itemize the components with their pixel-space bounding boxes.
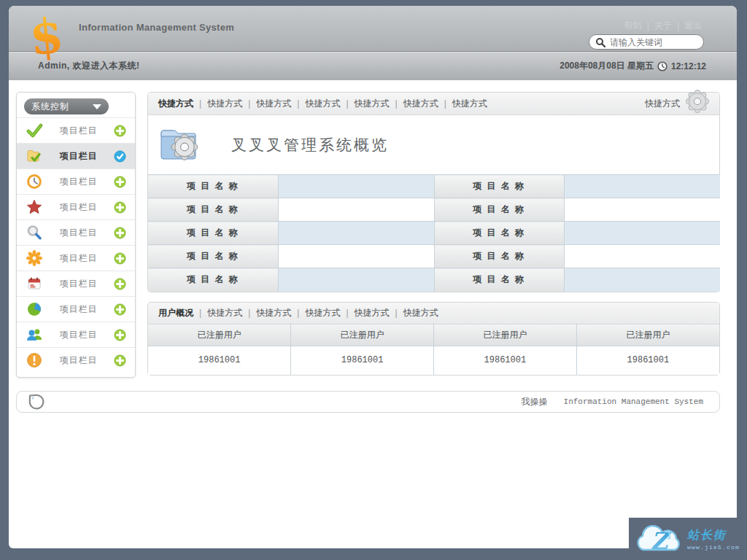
nav-separator: | (199, 308, 201, 318)
magnifier-icon (26, 224, 43, 241)
user-count-cell: 19861001 (291, 346, 434, 375)
top-links: 帮助 | 关于 | 退出 (624, 20, 702, 32)
system-control-dropdown[interactable]: 系统控制 (24, 98, 109, 114)
project-label-cell: 项 目 名 称 (148, 268, 278, 292)
add-icon[interactable] (114, 303, 126, 316)
users-icon (26, 326, 43, 343)
nav-separator: | (297, 98, 299, 109)
shortcut-link[interactable]: 快捷方式 (355, 98, 390, 110)
link-separator: | (647, 21, 649, 31)
nav-separator: | (248, 308, 250, 318)
nav-separator: | (297, 308, 299, 318)
pie-chart-icon (26, 300, 43, 318)
search-icon[interactable] (595, 37, 605, 47)
shortcut-link[interactable]: 快捷方式 (305, 98, 340, 110)
sidebar-item-7[interactable]: 项目栏目 (17, 296, 135, 322)
user-count-cell: 19861001 (576, 346, 719, 375)
sidebar-item-6[interactable]: 项目栏目 (17, 271, 135, 296)
shortcut-link[interactable]: 快捷方式 (207, 307, 242, 319)
sidebar-item-9[interactable]: 项目栏目 (17, 347, 135, 373)
sidebar: 系统控制 项目栏目 (16, 92, 136, 378)
sidebar-item-3[interactable]: 项目栏目 (17, 194, 135, 219)
add-icon[interactable] (114, 252, 126, 265)
add-icon[interactable] (114, 329, 126, 341)
gear-icon[interactable] (684, 88, 711, 117)
nav-separator: | (395, 308, 398, 318)
main-area: 快捷方式 | 快捷方式 | 快捷方式 | 快捷方式 | 快捷方式 | 快捷方式 … (147, 92, 720, 376)
watermark: Z ] 站长街 www.jie5.com (633, 519, 740, 559)
shortcut-link[interactable]: 快捷方式 (158, 98, 193, 110)
sidebar-item-4[interactable]: 项目栏目 (17, 219, 135, 245)
overview-card: 快捷方式 | 快捷方式 | 快捷方式 | 快捷方式 | 快捷方式 | 快捷方式 … (147, 92, 720, 292)
sidebar-item-5[interactable]: 项目栏目 (17, 245, 135, 271)
flower-icon (26, 249, 43, 267)
sidebar-item-1[interactable]: 项目栏目 (17, 143, 135, 168)
watermark-patch: Z ] 站长街 www.jie5.com (629, 518, 747, 560)
shortcut-link[interactable]: 快捷方式 (256, 98, 291, 110)
user-table-header-row: 已注册用户 已注册用户 已注册用户 已注册用户 (148, 324, 719, 346)
page-card: $ Information Management System 帮助 | 关于 … (9, 6, 737, 548)
project-value-cell (564, 245, 720, 268)
sidebar-item-label: 项目栏目 (43, 252, 114, 265)
nav-separator: | (444, 98, 446, 109)
table-row: 项 目 名 称 项 目 名 称 (148, 175, 720, 198)
table-row: 项 目 名 称 项 目 名 称 (148, 268, 720, 292)
add-icon[interactable] (114, 278, 126, 290)
selected-check-icon[interactable] (114, 150, 126, 163)
user-table-header: 已注册用户 (434, 324, 577, 346)
project-value-cell (278, 175, 434, 198)
sidebar-item-8[interactable]: 项目栏目 (17, 322, 135, 347)
project-label-cell: 项 目 名 称 (148, 245, 278, 268)
cloud-logo-icon: Z ] (633, 519, 686, 559)
shortcut-link[interactable]: 快捷方式 (256, 307, 291, 319)
user-table: 已注册用户 已注册用户 已注册用户 已注册用户 19861001 1986100… (148, 324, 719, 375)
footer-bar: 我操操 Information Management System (16, 391, 720, 413)
shortcut-link[interactable]: 快捷方式 (355, 307, 390, 319)
shortcut-right-link[interactable]: 快捷方式 (645, 98, 680, 110)
search-box[interactable] (589, 34, 704, 50)
clock-icon (26, 173, 43, 190)
project-value-cell (278, 245, 434, 268)
date-text: 2008年08月08日 星期五 (560, 60, 654, 72)
shortcut-link[interactable]: 快捷方式 (403, 307, 438, 319)
add-icon[interactable] (114, 354, 126, 367)
project-value-cell (278, 268, 434, 292)
svg-text:]: ] (667, 530, 670, 540)
project-value-cell (564, 222, 720, 245)
about-link[interactable]: 关于 (654, 20, 672, 32)
project-value-cell (564, 175, 720, 198)
sidebar-item-label: 项目栏目 (43, 278, 114, 290)
add-icon[interactable] (114, 176, 126, 188)
clock-icon (657, 61, 667, 71)
shortcut-link[interactable]: 快捷方式 (305, 307, 340, 319)
add-icon[interactable] (114, 125, 126, 137)
watermark-site-name: 站长街 (687, 528, 740, 543)
system-title: Information Management System (79, 22, 234, 33)
check-icon (26, 122, 43, 139)
sidebar-item-label: 项目栏目 (43, 125, 114, 137)
add-icon[interactable] (114, 227, 126, 239)
droplet-logo-icon (27, 392, 46, 411)
search-input[interactable] (610, 37, 690, 47)
add-icon[interactable] (114, 201, 126, 214)
user-table-header: 已注册用户 (291, 324, 434, 346)
folder-gear-icon (157, 124, 202, 166)
project-label-cell: 项 目 名 称 (434, 175, 564, 198)
svg-text:$: $ (27, 9, 66, 65)
shortcut-link[interactable]: 快捷方式 (403, 98, 438, 110)
sidebar-item-label: 项目栏目 (43, 329, 114, 341)
sidebar-item-0[interactable]: 项目栏目 (17, 117, 135, 143)
system-control-label: 系统控制 (31, 101, 88, 113)
help-link[interactable]: 帮助 (624, 20, 642, 32)
sidebar-item-label: 项目栏目 (43, 201, 114, 214)
table-row: 项 目 名 称 项 目 名 称 (148, 222, 720, 245)
logout-link[interactable]: 退出 (684, 20, 702, 32)
sidebar-item-2[interactable]: 项目栏目 (17, 168, 135, 194)
warning-icon (26, 351, 43, 369)
shortcut-link[interactable]: 快捷方式 (452, 98, 487, 110)
chevron-down-icon (93, 104, 101, 109)
shortcut-link[interactable]: 快捷方式 (207, 98, 242, 110)
welcome-bar: Admin, 欢迎进入本系统! 2008年08月08日 星期五 12:12:12 (9, 51, 737, 80)
footer-system-label: Information Management System (564, 397, 703, 406)
link-separator: | (677, 21, 679, 31)
